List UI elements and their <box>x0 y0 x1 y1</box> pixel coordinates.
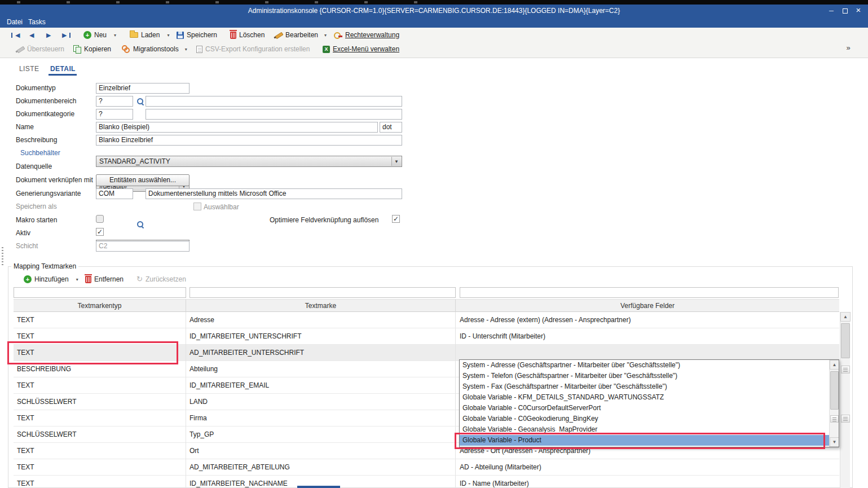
kopieren-button[interactable]: Kopieren <box>73 43 111 55</box>
dropdown-option[interactable]: System - Adresse (Geschäftspartner - Mit… <box>460 360 829 371</box>
migrationstools-label: Migrationstools <box>133 45 179 53</box>
dropdown-option[interactable]: System - Fax (Geschäftspartner - Mitarbe… <box>460 381 829 392</box>
nav-last-bar-icon <box>69 33 71 38</box>
neu-dropdown-icon[interactable]: ▾ <box>114 33 116 38</box>
uebersteuern-label: Übersteuern <box>27 45 64 53</box>
dokumentkategorie-input[interactable]: ? <box>96 109 133 120</box>
laden-dropdown-icon[interactable]: ▾ <box>167 33 169 38</box>
suchbehaelter-label: Suchbehälter <box>20 149 60 157</box>
dropdown-scrollbar-thumb[interactable] <box>830 371 839 410</box>
dropdown-scrollbar[interactable]: ▲ ▼ <box>829 360 839 447</box>
loeschen-label: Löschen <box>239 31 265 39</box>
dropdown-scrollbar-grip[interactable] <box>830 415 839 423</box>
table-row[interactable]: TEXT Adresse Adresse - Adresse (extern) … <box>14 312 839 328</box>
tab-liste[interactable]: LISTE <box>19 65 39 73</box>
dokumenttyp-input[interactable]: Einzelbrief <box>96 83 190 94</box>
override-icon <box>16 45 24 53</box>
hinzufuegen-dropdown-icon[interactable]: ▾ <box>76 277 78 282</box>
tab-detail[interactable]: DETAIL <box>50 65 76 73</box>
dokumentenbereich-text-field <box>146 96 402 107</box>
panel-splitter-grip[interactable] <box>841 366 850 373</box>
migrationstools-dropdown-icon[interactable]: ▾ <box>185 47 187 52</box>
annotation-box-product-option <box>455 433 825 449</box>
filter-textmarkentyp-input[interactable] <box>14 287 186 298</box>
cell-verfuegbare-felder[interactable]: ID - Unterschrift (Mitarbeiter) <box>456 328 839 345</box>
dropdown-scroll-up-icon[interactable]: ▲ <box>830 360 839 370</box>
bearbeiten-button[interactable]: Bearbeiten ▾ <box>274 29 327 41</box>
uebersteuern-button: Übersteuern <box>16 43 64 55</box>
column-header-verfuegbare-felder[interactable]: Verfügbare Felder <box>456 299 839 312</box>
laden-label: Laden <box>141 31 160 39</box>
excel-menu-label: Excel-Menü verwalten <box>333 45 399 53</box>
dropdown-option[interactable]: Globale Variable - C0Geokodierung_BingKe… <box>460 414 829 424</box>
optimiere-checkbox[interactable]: ✓ <box>392 215 400 223</box>
table-row[interactable]: TEXT ID_MITARBEITER_NACHNAME ID - Name (… <box>14 476 839 488</box>
save-icon <box>177 32 184 39</box>
toolbar-overflow-button[interactable]: » <box>843 42 854 54</box>
dropdown-option[interactable]: Globale Variable - KFM_DETAILS_STANDARD_… <box>460 392 829 403</box>
laden-button[interactable]: Laden ▾ <box>130 29 169 41</box>
menu-datei[interactable]: Datei <box>7 18 23 26</box>
pencil-icon <box>274 31 283 39</box>
table-row[interactable]: TEXT AD_MITARBEITER_ABTEILUNG AD - Abtei… <box>14 459 839 476</box>
bearbeiten-dropdown-icon[interactable]: ▾ <box>324 33 327 38</box>
menu-tasks[interactable]: Tasks <box>28 18 46 26</box>
nav-next-button[interactable]: ▶ <box>46 29 51 41</box>
annotation-box-text-cell <box>7 341 178 364</box>
column-header-textmarke[interactable]: Textmarke <box>186 299 456 312</box>
cell-textmarkentyp: TEXT <box>14 312 186 328</box>
toolbar: ◀ ◀ ▶ ▶ + Neu ▾ Laden ▾ Speichern Lösche… <box>0 28 868 58</box>
nav-first-button[interactable]: ◀ <box>11 29 20 41</box>
maximize-button[interactable] <box>839 6 851 16</box>
excel-icon: X <box>323 46 330 53</box>
column-header-textmarkentyp[interactable]: Textmarkentyp <box>14 299 186 312</box>
cell-verfuegbare-felder[interactable]: AD - Abteilung (Mitarbeiter) <box>456 459 839 476</box>
auswaehlbar-label: Auswählbar <box>204 203 239 211</box>
cell-verfuegbare-felder[interactable]: ID - Name (Mitarbeiter) <box>456 476 839 488</box>
refresh-icon: ↻ <box>136 275 143 283</box>
cell-textmarke: AD_MITARBEITER_UNTERSCHRIFT <box>186 345 456 361</box>
dokumentenbereich-input[interactable]: ? <box>96 96 133 107</box>
speichern-button[interactable]: Speichern <box>177 29 217 41</box>
splitter-handle[interactable] <box>2 247 3 265</box>
key-icon <box>334 31 342 39</box>
generierungsvariante-input[interactable]: COM <box>96 188 133 199</box>
neu-button[interactable]: + Neu ▾ <box>83 29 116 41</box>
generierungsvariante-search-icon[interactable] <box>137 221 144 228</box>
minimize-button[interactable]: ─ <box>826 6 837 16</box>
close-button[interactable]: × <box>853 5 864 15</box>
suchbehaelter-dropdown[interactable]: STANDARD_ACTIVITY ▼ <box>96 156 402 167</box>
beschreibung-input[interactable]: Blanko Einzelbrief <box>96 135 402 146</box>
makro-starten-checkbox[interactable] <box>96 215 104 223</box>
hinzufuegen-button[interactable]: + Hinzufügen ▾ <box>24 274 78 285</box>
panel-splitter-grip[interactable] <box>841 415 850 423</box>
entitaeten-auswaehlen-button[interactable]: Entitäten auswählen... <box>96 174 190 186</box>
dokumentkategorie-label: Dokumentkategorie <box>16 110 74 118</box>
window-title: Administrationskonsole {CURSOR-CRM=1.0}{… <box>0 7 868 15</box>
dropdown-scroll-down-icon[interactable]: ▼ <box>830 437 839 447</box>
rechteverwaltung-button[interactable]: Rechteverwaltung <box>334 29 399 41</box>
dokumentenbereich-search-icon[interactable] <box>137 98 144 105</box>
cell-textmarke: Abteilung <box>186 361 456 377</box>
filter-textmarke-input[interactable] <box>190 287 456 298</box>
aktiv-checkbox[interactable]: ✓ <box>96 228 104 236</box>
entfernen-button[interactable]: Entfernen <box>85 274 124 285</box>
table-scrollbar-thumb[interactable] <box>841 323 850 358</box>
dropdown-option[interactable]: System - Telefon (Geschäftspartner - Mit… <box>460 371 829 381</box>
cell-verfuegbare-felder[interactable] <box>456 345 839 361</box>
table-scroll-up-icon[interactable]: ▲ <box>840 312 851 322</box>
table-scrollbar[interactable]: ▲ <box>840 312 850 488</box>
filter-verfuegbare-felder-input[interactable] <box>460 287 839 298</box>
name-input[interactable]: Blanko (Beispiel) <box>96 122 378 133</box>
nav-next-icon: ▶ <box>46 32 51 39</box>
cell-verfuegbare-felder[interactable]: Adresse - Adresse (extern) (Adressen - A… <box>456 312 839 328</box>
migrationstools-button[interactable]: Migrationstools ▾ <box>122 43 187 55</box>
rechteverwaltung-label: Rechteverwaltung <box>345 31 399 39</box>
zuruecksetzen-label: Zurücksetzen <box>146 275 186 283</box>
name-extension-input[interactable]: dot <box>380 122 402 133</box>
excel-menu-button[interactable]: X Excel-Menü verwalten <box>323 43 399 55</box>
nav-last-button[interactable]: ▶ <box>62 29 71 41</box>
dropdown-option[interactable]: Globale Variable - C0CursorDefaultServer… <box>460 403 829 414</box>
loeschen-button[interactable]: Löschen <box>230 29 265 41</box>
nav-prev-button[interactable]: ◀ <box>29 29 34 41</box>
